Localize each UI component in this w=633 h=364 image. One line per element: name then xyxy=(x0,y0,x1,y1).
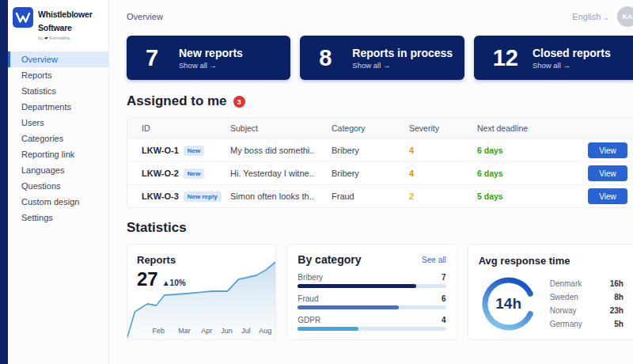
report-category: Bribery xyxy=(332,146,409,155)
report-severity: 4 xyxy=(409,146,477,155)
country-value: 23h xyxy=(610,306,624,315)
stat-card-closed[interactable]: 12 Closed reports Show all → xyxy=(474,36,633,80)
stat-count: 12 xyxy=(493,45,518,71)
view-button[interactable]: View xyxy=(588,142,627,158)
country-row: Sweden 8h xyxy=(550,290,624,304)
reports-total: 27 xyxy=(137,268,158,290)
avg-response-donut: 14h xyxy=(479,272,539,336)
table-row[interactable]: LKW-O-2 New Hi. Yesterday I witne.. Brib… xyxy=(127,161,633,184)
by-category-title: By category xyxy=(298,253,361,266)
arrow-right-icon: → xyxy=(563,61,570,70)
x-axis-label: Feb xyxy=(153,327,165,335)
brand-logo[interactable]: Whistleblower Software by ▰ Formalize xyxy=(8,0,108,47)
x-axis-labels: FebMarAprJunJulAug xyxy=(127,327,275,336)
reports-trend: ▲10% xyxy=(162,279,186,287)
sidebar-item-categories[interactable]: Categories xyxy=(8,131,108,146)
trend-up-icon: ▲ xyxy=(162,279,170,287)
report-subject: My boss did somethi.. xyxy=(230,146,332,155)
avg-response-value: 14h xyxy=(480,275,537,332)
stat-title: Closed reports xyxy=(533,47,611,59)
x-axis-label: Jun xyxy=(221,327,233,335)
sidebar-item-overview[interactable]: Overview xyxy=(8,51,108,67)
country-list: Denmark 16h Sweden 8h Norway 23h xyxy=(550,277,627,331)
language-selector[interactable]: English ⌄ xyxy=(572,12,609,21)
statistics-section: Statistics Reports 27 ▲10% xyxy=(127,220,633,340)
category-bar-row: Fraud 6 xyxy=(298,294,445,309)
report-subject: Simon often looks th.. xyxy=(230,191,332,201)
avatar[interactable]: KA xyxy=(617,6,633,27)
sidebar-nav: Overview Reports Statistics Departments … xyxy=(8,51,108,226)
stat-card-in-process[interactable]: 8 Reports in process Show all → xyxy=(300,36,464,80)
arrow-right-icon: → xyxy=(210,61,218,70)
stat-count: 7 xyxy=(146,45,165,71)
category-label: Bribery xyxy=(298,273,323,282)
col-header-id: ID xyxy=(142,123,230,133)
bar-track xyxy=(298,284,445,288)
sidebar-item-settings[interactable]: Settings xyxy=(8,210,108,226)
report-severity: 4 xyxy=(409,169,477,178)
see-all-link[interactable]: See all xyxy=(422,256,446,264)
app-root: Whistleblower Software by ▰ Formalize Ov… xyxy=(0,0,633,364)
statistics-cards-row: Reports 27 ▲10% xyxy=(127,244,633,340)
sidebar-item-statistics[interactable]: Statistics xyxy=(8,83,108,99)
country-row: Norway 23h xyxy=(550,304,624,317)
show-all-link[interactable]: Show all → xyxy=(179,61,243,70)
category-label: GDPR xyxy=(298,316,320,324)
sidebar-item-reporting-link[interactable]: Reporting link xyxy=(8,146,108,162)
report-id: LKW-O-2 xyxy=(142,169,179,178)
view-button[interactable]: View xyxy=(588,188,627,204)
sidebar-item-languages[interactable]: Languages xyxy=(8,162,108,178)
sidebar-item-users[interactable]: Users xyxy=(8,115,108,131)
report-id: LKW-O-1 xyxy=(142,146,179,155)
brand-logo-icon xyxy=(13,7,33,31)
country-label: Sweden xyxy=(550,293,578,301)
report-deadline: 5 days xyxy=(477,191,588,201)
show-all-link[interactable]: Show all → xyxy=(352,61,453,70)
x-axis-label: Apr xyxy=(201,327,212,335)
country-row: Denmark 16h xyxy=(550,277,624,290)
arrow-right-icon: → xyxy=(383,61,391,70)
col-header-subject: Subject xyxy=(230,123,332,133)
bar-fill xyxy=(298,284,416,288)
brand-text: Whistleblower Software by ▰ Formalize xyxy=(38,7,93,40)
stat-info: New reports Show all → xyxy=(179,47,243,70)
show-all-link[interactable]: Show all → xyxy=(533,61,611,70)
country-label: Germany xyxy=(550,320,582,328)
table-row[interactable]: LKW-O-1 New My boss did somethi.. Briber… xyxy=(127,138,633,161)
report-severity: 2 xyxy=(409,191,477,201)
report-deadline: 6 days xyxy=(477,146,588,155)
x-axis-label: Aug xyxy=(259,327,271,335)
breadcrumb[interactable]: Overview xyxy=(127,12,163,21)
report-category: Fraud xyxy=(332,191,409,201)
avg-response-title: Avg response time xyxy=(479,255,570,267)
sidebar-item-reports[interactable]: Reports xyxy=(8,67,108,83)
stat-cards-row: 7 New reports Show all → 8 Reports in pr… xyxy=(127,36,633,80)
assigned-count-badge: 3 xyxy=(233,96,245,108)
report-id: LKW-O-3 xyxy=(142,191,179,201)
stat-info: Reports in process Show all → xyxy=(352,47,453,70)
country-row: Germany 5h xyxy=(550,317,624,331)
status-tag: New xyxy=(184,169,204,179)
country-label: Norway xyxy=(550,306,577,315)
col-header-severity: Severity xyxy=(409,123,477,133)
view-button[interactable]: View xyxy=(588,165,627,181)
country-value: 16h xyxy=(610,279,624,288)
stat-card-new-reports[interactable]: 7 New reports Show all → xyxy=(127,36,290,80)
stat-title: New reports xyxy=(179,47,243,59)
table-row[interactable]: LKW-O-3 New reply Simon often looks th..… xyxy=(127,184,633,207)
category-value: 6 xyxy=(442,294,446,303)
sidebar-item-departments[interactable]: Departments xyxy=(8,99,108,115)
brand-byline: by ▰ Formalize xyxy=(38,36,93,40)
topbar-right: English ⌄ KA xyxy=(572,6,633,27)
sidebar-item-questions[interactable]: Questions xyxy=(8,178,108,194)
by-category-card: By category See all Bribery 7 Fraud xyxy=(286,244,457,340)
sidebar-item-custom-design[interactable]: Custom design xyxy=(8,194,108,210)
col-header-deadline: Next deadline xyxy=(477,123,588,133)
category-label: Fraud xyxy=(298,294,318,303)
col-header-category: Category xyxy=(332,123,409,133)
category-bar-row: Bribery 7 xyxy=(298,273,445,288)
status-tag: New reply xyxy=(184,191,222,202)
assigned-header: Assigned to me 3 xyxy=(127,93,633,109)
statistics-title: Statistics xyxy=(127,220,633,236)
country-value: 5h xyxy=(614,320,624,328)
